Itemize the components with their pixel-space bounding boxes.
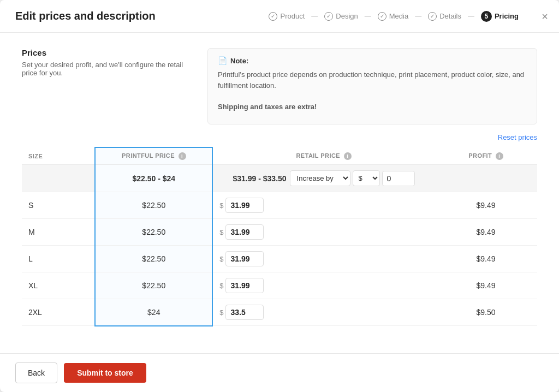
- step-product[interactable]: ✓ Product: [265, 12, 308, 21]
- size-cell-l: L: [22, 246, 95, 272]
- summary-profit-cell: [435, 165, 537, 192]
- note-text: Printful's product price depends on prod…: [218, 70, 524, 90]
- dollar-sign-m: $: [219, 228, 223, 236]
- step-label-product: Product: [280, 12, 305, 20]
- retail-cell-2xl: $: [212, 299, 435, 326]
- th-size: SIZE: [22, 147, 95, 165]
- summary-printful-cell: $22.50 - $24: [95, 165, 212, 192]
- steps-nav: ✓ Product — ✓ Design — ✓ Media — ✓ Detai…: [265, 11, 522, 22]
- note-icon: 📄: [218, 56, 227, 65]
- retail-cell-xl: $: [212, 272, 435, 299]
- divider-4: —: [468, 13, 474, 20]
- submit-to-store-button[interactable]: Submit to store: [64, 363, 146, 383]
- prices-table-wrapper: SIZE PRINTFUL PRICE i RETAIL PRICE i PRO…: [22, 147, 537, 326]
- step-label-pricing: Pricing: [495, 12, 519, 20]
- printful-price-info-icon[interactable]: i: [179, 152, 186, 160]
- close-button[interactable]: ×: [542, 11, 548, 22]
- printful-cell-s: $22.50: [95, 192, 212, 219]
- retail-input-row-l: $: [219, 251, 428, 266]
- divider-1: —: [311, 13, 318, 20]
- size-cell-m: M: [22, 219, 95, 246]
- summary-size-cell: [22, 165, 95, 192]
- step-label-design: Design: [336, 12, 358, 20]
- profit-info-icon[interactable]: i: [496, 152, 503, 160]
- profit-cell-xl: $9.49: [435, 272, 537, 299]
- retail-input-s[interactable]: [225, 198, 264, 213]
- th-printful-price: PRINTFUL PRICE i: [95, 147, 212, 165]
- th-retail-price: RETAIL PRICE i: [212, 147, 435, 165]
- th-printful-label: PRINTFUL PRICE: [122, 152, 175, 159]
- increase-value-input[interactable]: [382, 171, 415, 186]
- modal-footer: Back Submit to store: [0, 353, 559, 392]
- printful-cell-m: $22.50: [95, 219, 212, 246]
- retail-cell-s: $: [212, 192, 435, 219]
- retail-input-m[interactable]: [225, 224, 264, 240]
- back-button[interactable]: Back: [15, 363, 57, 383]
- printful-cell-xl: $22.50: [95, 272, 212, 299]
- profit-cell-m: $9.49: [435, 219, 537, 246]
- th-profit: PROFIT i: [435, 147, 537, 165]
- table-row: L $22.50 $ $9.49: [22, 246, 537, 272]
- section-title: Prices: [22, 48, 186, 57]
- increase-controls: Increase by Decrease by Set to $ %: [290, 170, 415, 186]
- step-check-design: ✓: [324, 12, 333, 21]
- retail-input-xl[interactable]: [225, 278, 264, 293]
- retail-input-row-xl: $: [219, 278, 428, 293]
- size-cell-xl: XL: [22, 272, 95, 299]
- profit-cell-l: $9.49: [435, 246, 537, 272]
- note-title: Note:: [230, 57, 248, 65]
- modal-title: Edit prices and description: [15, 10, 156, 22]
- profit-cell-2xl: $9.50: [435, 299, 537, 326]
- profit-cell-s: $9.49: [435, 192, 537, 219]
- prices-table: SIZE PRINTFUL PRICE i RETAIL PRICE i PRO…: [22, 147, 537, 326]
- section-subtitle: Set your desired profit, and we'll confi…: [22, 61, 186, 77]
- table-row: M $22.50 $ $9.49: [22, 219, 537, 246]
- table-row: S $22.50 $ $9.49: [22, 192, 537, 219]
- retail-input-2xl[interactable]: [225, 305, 264, 320]
- summary-retail-content: $31.99 - $33.50 Increase by Decrease by …: [219, 170, 428, 186]
- summary-printful-range: $22.50 - $24: [132, 174, 175, 183]
- reset-prices-link[interactable]: Reset prices: [498, 133, 537, 141]
- note-body: Printful's product price depends on prod…: [218, 69, 527, 112]
- size-cell-2xl: 2XL: [22, 299, 95, 326]
- retail-price-info-icon[interactable]: i: [344, 152, 352, 160]
- section-description: Prices Set your desired profit, and we'l…: [22, 48, 186, 124]
- size-cell-s: S: [22, 192, 95, 219]
- modal-body: Prices Set your desired profit, and we'l…: [0, 33, 559, 353]
- table-body: $22.50 - $24 $31.99 - $33.50 Increase by…: [22, 165, 537, 326]
- currency-select[interactable]: $ %: [353, 170, 380, 186]
- step-check-product: ✓: [269, 12, 277, 21]
- step-design[interactable]: ✓ Design: [321, 12, 361, 21]
- step-num-pricing: 5: [481, 11, 492, 22]
- table-header-row: SIZE PRINTFUL PRICE i RETAIL PRICE i PRO…: [22, 147, 537, 165]
- step-check-media: ✓: [378, 12, 386, 21]
- printful-cell-l: $22.50: [95, 246, 212, 272]
- retail-cell-l: $: [212, 246, 435, 272]
- step-label-details: Details: [439, 12, 461, 20]
- step-details[interactable]: ✓ Details: [425, 12, 465, 21]
- increase-by-select[interactable]: Increase by Decrease by Set to: [290, 170, 350, 186]
- step-check-details: ✓: [428, 12, 437, 21]
- retail-input-row-m: $: [219, 224, 428, 240]
- note-bold: Shipping and taxes are extra!: [218, 103, 317, 111]
- dollar-sign-l: $: [219, 255, 223, 263]
- printful-cell-2xl: $24: [95, 299, 212, 326]
- th-profit-label: PROFIT: [468, 152, 492, 159]
- step-media[interactable]: ✓ Media: [374, 12, 412, 21]
- step-label-media: Media: [389, 12, 408, 20]
- summary-retail-cell: $31.99 - $33.50 Increase by Decrease by …: [212, 165, 435, 192]
- modal-container: Edit prices and description ✓ Product — …: [0, 0, 559, 392]
- top-content-row: Prices Set your desired profit, and we'l…: [22, 48, 537, 124]
- retail-input-row-s: $: [219, 198, 428, 213]
- note-box: 📄 Note: Printful's product price depends…: [207, 48, 537, 124]
- summary-row: $22.50 - $24 $31.99 - $33.50 Increase by…: [22, 165, 537, 192]
- step-pricing[interactable]: 5 Pricing: [478, 11, 522, 22]
- retail-input-row-2xl: $: [219, 305, 428, 320]
- retail-input-l[interactable]: [225, 251, 264, 266]
- reset-prices-row: Reset prices: [22, 133, 537, 141]
- summary-retail-range: $31.99 - $33.50: [233, 174, 287, 183]
- dollar-sign-s: $: [219, 201, 223, 210]
- table-row: XL $22.50 $ $9.49: [22, 272, 537, 299]
- dollar-sign-xl: $: [219, 282, 223, 290]
- note-header: 📄 Note:: [218, 56, 527, 65]
